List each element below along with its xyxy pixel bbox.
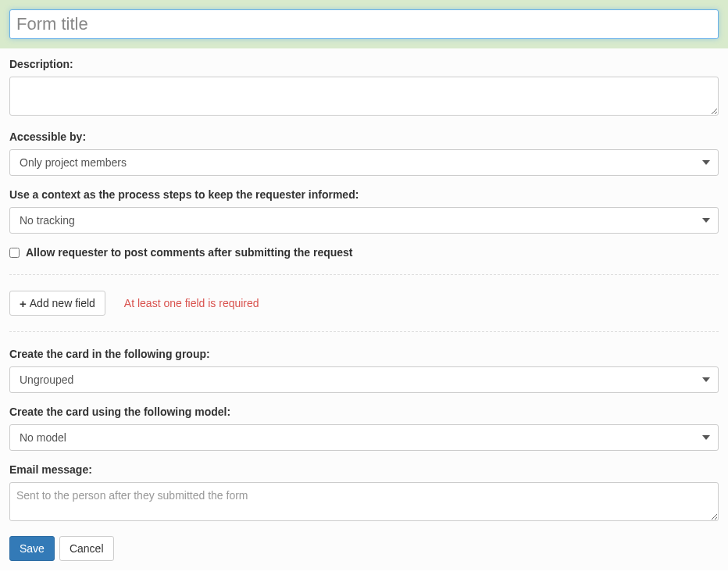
card-model-group: Create the card using the following mode…: [9, 406, 719, 451]
allow-comments-label[interactable]: Allow requester to post comments after s…: [26, 246, 353, 259]
accessible-by-label: Accessible by:: [9, 130, 719, 143]
context-tracking-label: Use a context as the process steps to ke…: [9, 188, 719, 201]
card-model-select[interactable]: No model: [9, 424, 719, 451]
description-textarea[interactable]: [9, 77, 719, 116]
description-group: Description:: [9, 58, 719, 118]
plus-icon: +: [20, 298, 27, 309]
form-title-input[interactable]: [9, 9, 719, 39]
email-message-label: Email message:: [9, 463, 719, 476]
card-group-group: Create the card in the following group: …: [9, 348, 719, 393]
save-button[interactable]: Save: [9, 536, 55, 561]
email-message-group: Email message:: [9, 463, 719, 523]
form-body: Description: Accessible by: Only project…: [0, 48, 728, 570]
divider: [9, 331, 719, 332]
card-group-select[interactable]: Ungrouped: [9, 366, 719, 393]
accessible-by-select[interactable]: Only project members: [9, 149, 719, 176]
add-field-row: + Add new field At least one field is re…: [9, 291, 719, 316]
allow-comments-checkbox[interactable]: [9, 248, 20, 258]
add-field-button[interactable]: + Add new field: [9, 291, 105, 316]
description-label: Description:: [9, 58, 719, 70]
accessible-by-group: Accessible by: Only project members: [9, 130, 719, 176]
add-field-button-label: Add new field: [30, 297, 95, 309]
action-buttons: Save Cancel: [9, 536, 719, 561]
context-tracking-select[interactable]: No tracking: [9, 207, 719, 234]
divider: [9, 274, 719, 275]
email-message-textarea[interactable]: [9, 482, 719, 521]
card-group-label: Create the card in the following group:: [9, 348, 719, 360]
cancel-button[interactable]: Cancel: [59, 536, 114, 561]
field-required-error: At least one field is required: [124, 297, 259, 309]
context-tracking-group: Use a context as the process steps to ke…: [9, 188, 719, 234]
card-model-label: Create the card using the following mode…: [9, 406, 719, 418]
allow-comments-row: Allow requester to post comments after s…: [9, 246, 719, 259]
title-section: [0, 0, 728, 48]
